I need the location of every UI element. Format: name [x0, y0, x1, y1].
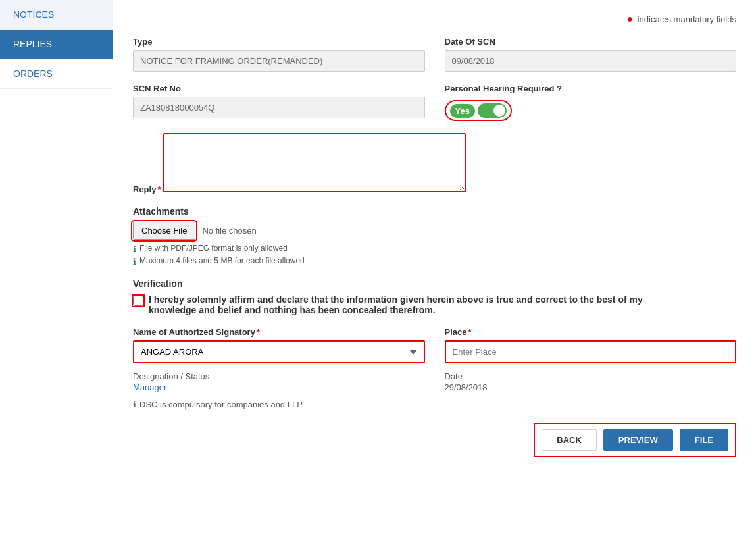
dsc-info-line: ℹ DSC is compulsory for companies and LL… — [133, 399, 736, 409]
toggle-yes-label: Yes — [450, 104, 475, 118]
designation-label: Designation / Status — [133, 371, 425, 381]
mandatory-note: ● indicates mandatory fields — [133, 13, 736, 25]
toggle-wrapper[interactable]: Yes — [445, 100, 512, 121]
info-line-1: ℹ File with PDF/JPEG format is only allo… — [133, 244, 736, 254]
dsc-info-icon: ℹ — [133, 400, 136, 409]
scn-ref-group: SCN Ref No — [133, 84, 425, 121]
verification-check-row: I hereby solemnly affirm and declare tha… — [133, 294, 736, 315]
date-scn-input — [445, 50, 737, 72]
back-button[interactable]: BACK — [542, 429, 597, 451]
date-value: 29/08/2018 — [445, 382, 737, 392]
reply-label: Reply* — [133, 184, 163, 194]
place-label: Place* — [445, 327, 737, 337]
verification-section: Verification I hereby solemnly affirm an… — [133, 278, 736, 315]
toggle-track[interactable] — [478, 103, 507, 118]
verification-title: Verification — [133, 278, 736, 289]
date-label: Date — [445, 371, 737, 381]
toggle-container: Yes — [445, 100, 737, 121]
sidebar-item-orders[interactable]: ORDERS — [0, 59, 113, 89]
file-input-row: Choose File No file chosen — [133, 222, 736, 240]
info-text-1: File with PDF/JPEG format is only allowe… — [139, 244, 288, 253]
verification-text: I hereby solemnly affirm and declare tha… — [149, 294, 688, 315]
attachments-section: Attachments Choose File No file chosen ℹ… — [133, 206, 736, 267]
signatory-group: Name of Authorized Signatory* ANGAD AROR… — [133, 327, 425, 363]
sidebar: NOTICES REPLIES ORDERS — [0, 0, 113, 549]
scn-ref-input — [133, 97, 425, 118]
info-line-2: ℹ Maximum 4 files and 5 MB for each file… — [133, 256, 736, 267]
reply-group: Reply* — [133, 133, 736, 194]
no-file-text: No file chosen — [202, 226, 256, 236]
designation-value: Manager — [133, 382, 425, 392]
choose-file-button[interactable]: Choose File — [133, 222, 195, 240]
info-text-2: Maximum 4 files and 5 MB for each file a… — [139, 256, 305, 265]
attachments-title: Attachments — [133, 206, 736, 217]
sidebar-item-replies[interactable]: REPLIES — [0, 30, 113, 59]
mandatory-dot: ● — [626, 13, 633, 24]
scn-ref-label: SCN Ref No — [133, 84, 425, 93]
signatory-label: Name of Authorized Signatory* — [133, 327, 425, 337]
type-label: Type — [133, 37, 425, 47]
info-icon-1: ℹ — [133, 244, 136, 254]
action-buttons: BACK PREVIEW FILE — [534, 423, 736, 458]
personal-hearing-label: Personal Hearing Required ? — [445, 84, 737, 93]
place-input[interactable] — [445, 340, 737, 363]
date-scn-label: Date Of SCN — [445, 37, 737, 47]
type-date-row: Type Date Of SCN — [133, 37, 736, 72]
reply-textarea[interactable] — [163, 133, 466, 192]
verification-checkbox[interactable] — [133, 296, 143, 306]
sidebar-item-notices[interactable]: NOTICES — [0, 0, 113, 30]
dsc-info-text: DSC is compulsory for companies and LLP. — [139, 400, 304, 409]
designation-date-row: Designation / Status Manager Date 29/08/… — [133, 371, 736, 394]
type-input — [133, 50, 425, 72]
signatory-select[interactable]: ANGAD ARORA — [133, 340, 425, 363]
toggle-knob — [493, 105, 505, 117]
personal-hearing-group: Personal Hearing Required ? Yes — [445, 84, 737, 121]
file-button[interactable]: FILE — [680, 429, 728, 451]
designation-group: Designation / Status Manager — [133, 371, 425, 394]
main-content: ● indicates mandatory fields Type Date O… — [113, 0, 756, 549]
place-group: Place* — [445, 327, 737, 363]
signatory-row: Name of Authorized Signatory* ANGAD AROR… — [133, 327, 736, 363]
type-group: Type — [133, 37, 425, 72]
info-icon-2: ℹ — [133, 257, 136, 267]
date-scn-group: Date Of SCN — [445, 37, 737, 72]
scn-hearing-row: SCN Ref No Personal Hearing Required ? Y… — [133, 84, 736, 121]
preview-button[interactable]: PREVIEW — [603, 429, 673, 451]
date-group: Date 29/08/2018 — [445, 371, 737, 394]
